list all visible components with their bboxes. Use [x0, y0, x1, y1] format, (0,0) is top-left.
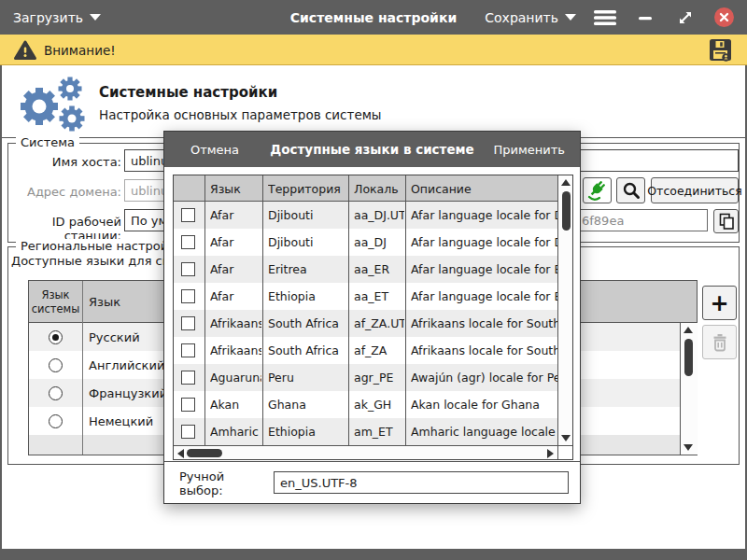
trash-icon: [711, 332, 729, 352]
locale-cell: af_ZA: [354, 337, 404, 364]
locale-checkbox[interactable]: [181, 316, 195, 330]
regional-legend: Региональные настройки: [16, 239, 189, 253]
locales-vertical-scrollbar[interactable]: [557, 175, 572, 445]
locale-checkbox[interactable]: [181, 289, 195, 303]
copy-icon: [717, 212, 736, 231]
page-subtitle: Настройка основных параметров системы: [99, 107, 382, 122]
system-language-radio[interactable]: [49, 386, 63, 400]
save-floppy-icon[interactable]: [708, 37, 733, 63]
magnifier-icon: [622, 181, 641, 200]
languages-vertical-scrollbar[interactable]: [680, 323, 698, 455]
radio-cell: [29, 351, 82, 379]
description-cell: Afrikaans locale for South Africa: [411, 337, 557, 364]
language-cell: Aguaruna: [210, 364, 261, 391]
language-cell: Afrikaans: [210, 337, 261, 364]
scrollbar-thumb[interactable]: [187, 449, 222, 457]
warning-icon: [13, 39, 37, 62]
scrollbar-thumb[interactable]: [562, 191, 571, 231]
close-button[interactable]: [714, 7, 734, 27]
description-cell: Afar language locale for Ethiopia: [411, 283, 557, 310]
locales-rows: AfarDjiboutiaa_DJ.UTF-8Afar language loc…: [174, 202, 572, 445]
page-title: Системные настройки: [99, 84, 277, 101]
locale-checkbox[interactable]: [181, 371, 195, 385]
territory-cell: Eritrea: [268, 256, 347, 283]
locale-checkbox[interactable]: [181, 425, 195, 439]
hamburger-menu-button[interactable]: [594, 6, 616, 30]
column-header-language: Язык: [89, 281, 120, 323]
description-cell: Afar language locale for Djibouti: [411, 202, 557, 229]
save-menu-button[interactable]: Сохранить: [485, 0, 576, 35]
system-language-radio[interactable]: [49, 330, 63, 344]
locale-checkbox[interactable]: [181, 398, 195, 412]
territory-cell: Djibouti: [268, 229, 347, 256]
locale-checkbox[interactable]: [181, 343, 195, 357]
scroll-down-arrow[interactable]: [684, 444, 693, 451]
table-row[interactable]: AfrikaansSouth Africaaf_ZA.UTF-8Afrikaan…: [174, 310, 572, 337]
maximize-button[interactable]: [674, 6, 697, 30]
language-cell: Afrikaans: [210, 310, 261, 337]
scroll-left-arrow[interactable]: [177, 449, 184, 458]
apply-button[interactable]: Применить: [494, 132, 565, 167]
locale-cell: aa_ER: [354, 256, 404, 283]
scroll-right-arrow[interactable]: [547, 449, 554, 458]
table-row[interactable]: AfarEritreaaa_ERAfar language locale for…: [174, 256, 572, 283]
description-cell: Afar language locale for Eritrea: [411, 256, 557, 283]
cancel-button[interactable]: Отмена: [190, 132, 239, 167]
locale-checkbox[interactable]: [181, 208, 195, 222]
load-menu-button[interactable]: Загрузить: [13, 0, 101, 35]
language-cell: Amharic: [210, 418, 261, 445]
table-row[interactable]: AfrikaansSouth Africaaf_ZAAfrikaans loca…: [174, 337, 572, 364]
copy-button[interactable]: [713, 209, 739, 233]
hamburger-icon: [594, 9, 616, 26]
language-cell: Akan: [210, 391, 261, 418]
connection-status: [583, 177, 612, 203]
system-language-radio[interactable]: [49, 414, 63, 428]
scroll-up-arrow[interactable]: [561, 179, 571, 186]
description-cell: Amharic language locale for Ethiopia: [411, 418, 557, 445]
locales-table: Язык Территория Локаль Описание AfarDjib…: [173, 175, 573, 460]
table-row[interactable]: AfarDjiboutiaa_DJAfar language locale fo…: [174, 229, 572, 256]
plug-icon: [587, 180, 608, 201]
caret-down-icon: [565, 14, 576, 21]
language-cell: Afar: [210, 229, 261, 256]
locale-checkbox[interactable]: [181, 262, 195, 276]
territory-cell: South Africa: [268, 337, 347, 364]
locale-checkbox[interactable]: [181, 235, 195, 249]
search-button[interactable]: [616, 177, 645, 203]
territory-cell: Ghana: [268, 391, 347, 418]
gears-icon: [11, 76, 97, 132]
table-row[interactable]: AfarEthiopiaaa_ETAfar language locale fo…: [174, 283, 572, 310]
territory-cell: Ethiopia: [268, 418, 347, 445]
table-row[interactable]: AfarDjiboutiaa_DJ.UTF-8Afar language loc…: [174, 202, 572, 229]
available-languages-dialog: Отмена Доступные языки в системе Примени…: [163, 131, 581, 504]
description-cell: Awajún (agr) locale for Peru: [411, 364, 557, 391]
add-language-button[interactable]: +: [702, 286, 737, 320]
table-row[interactable]: AkanGhanaak_GHAkan locale for Ghana: [174, 391, 572, 418]
table-row[interactable]: AguarunaPeruagr_PEAwajún (agr) locale fo…: [174, 364, 572, 391]
domain-label: Адрес домена:: [0, 185, 121, 199]
plus-icon: +: [710, 290, 728, 316]
minimize-button[interactable]: [634, 6, 656, 30]
language-name: Французкий: [89, 379, 167, 407]
manual-locale-input[interactable]: [274, 471, 569, 494]
app-header: Системные настройки Настройка основных п…: [2, 65, 745, 138]
scroll-down-arrow[interactable]: [561, 435, 571, 441]
scrollbar-thumb[interactable]: [684, 339, 693, 376]
language-name: Немецкий: [89, 407, 153, 435]
scroll-up-arrow[interactable]: [684, 327, 693, 333]
station-hash-field[interactable]: [575, 209, 708, 231]
territory-cell: South Africa: [268, 310, 347, 337]
caret-down-icon: [90, 14, 101, 21]
locales-horizontal-scrollbar[interactable]: [174, 445, 557, 459]
table-row[interactable]: AmharicEthiopiaam_ETAmharic language loc…: [174, 418, 572, 445]
locale-cell: aa_ET: [354, 283, 404, 310]
dialog-header: Отмена Доступные языки в системе Примени…: [164, 132, 580, 167]
description-cell: Akan locale for Ghana: [411, 391, 557, 418]
disconnect-button[interactable]: Отсоединиться: [651, 177, 739, 203]
system-language-radio[interactable]: [49, 358, 63, 372]
column-header-locale: Локаль: [354, 175, 404, 202]
warning-bar: Внимание!: [0, 35, 747, 65]
delete-language-button[interactable]: [702, 325, 737, 359]
close-icon: [719, 12, 729, 22]
radio-cell: [29, 323, 82, 351]
